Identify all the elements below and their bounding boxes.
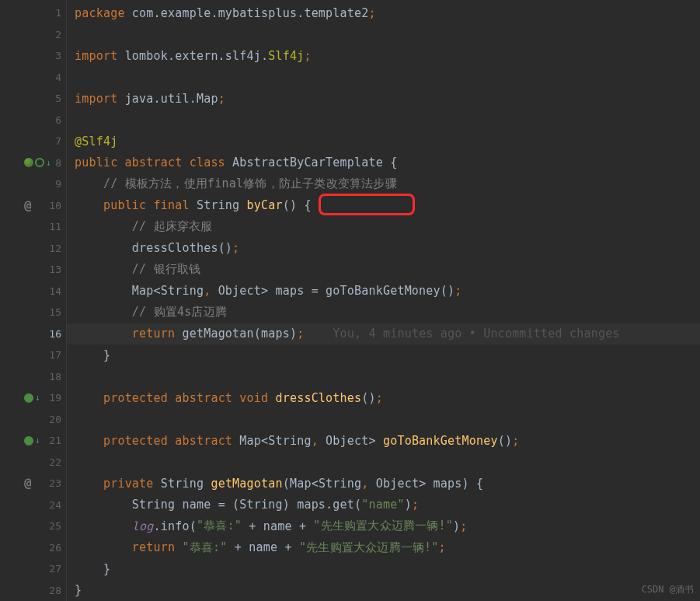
line-number: 4 — [41, 72, 63, 83]
gutter-row[interactable]: 11 — [0, 216, 66, 238]
gutter-row[interactable]: 14 — [0, 281, 66, 302]
gutter-row[interactable]: 3 — [0, 45, 66, 67]
token: , — [312, 434, 319, 448]
code-line[interactable]: } — [67, 580, 700, 602]
code-line[interactable]: public final String byCar() { — [67, 195, 700, 217]
token: lombok.extern.slf4j. — [125, 49, 269, 63]
token: getMagotan(maps) — [182, 327, 297, 341]
code-line[interactable]: } — [67, 344, 700, 366]
gutter-row[interactable]: 17 — [0, 344, 66, 366]
gutter-row[interactable]: @10 — [0, 195, 66, 217]
gutter-row[interactable]: 16 — [0, 323, 66, 345]
line-number: 3 — [41, 50, 63, 61]
code-line[interactable]: return getMagotan(maps); You, 4 minutes … — [67, 323, 700, 345]
code-editor[interactable]: 1234567↓89@101112131415161718↓1920↓2122@… — [0, 0, 700, 601]
token: log — [132, 519, 154, 533]
token: + name + — [228, 540, 299, 554]
code-line[interactable]: } — [67, 558, 700, 580]
token: "先生购置大众迈腾一辆!" — [299, 540, 439, 555]
line-number: 13 — [41, 264, 63, 275]
line-number: 18 — [41, 371, 63, 383]
line-number: 1 — [41, 7, 63, 19]
token: () { — [283, 198, 312, 212]
implements-icon[interactable] — [24, 436, 33, 446]
token: protected abstract void — [103, 391, 276, 405]
gutter-row[interactable]: 2 — [0, 24, 66, 46]
token — [75, 540, 132, 554]
code-line[interactable] — [67, 366, 700, 388]
override-icon[interactable]: @ — [24, 198, 32, 213]
token — [75, 306, 132, 320]
token: Map<String — [132, 284, 204, 298]
gutter-row[interactable]: 5 — [0, 88, 66, 110]
code-line[interactable]: // 起床穿衣服 — [67, 216, 700, 238]
gutter[interactable]: 1234567↓89@101112131415161718↓1920↓2122@… — [0, 0, 66, 601]
gutter-row[interactable]: 20 — [0, 409, 66, 431]
code-line[interactable]: log.info("恭喜:" + name + "先生购置大众迈腾一辆!"); — [67, 515, 700, 537]
gutter-row[interactable]: 26 — [0, 537, 66, 559]
run-debug-icon[interactable] — [35, 158, 44, 167]
token: byCar — [247, 198, 283, 212]
down-arrow-icon: ↓ — [46, 158, 51, 168]
run-icon[interactable] — [24, 158, 33, 167]
code-line[interactable]: import lombok.extern.slf4j.Slf4j; — [67, 45, 700, 67]
gutter-row[interactable]: 12 — [0, 238, 66, 260]
line-number: 9 — [41, 178, 63, 190]
code-line[interactable]: return "恭喜:" + name + "先生购置大众迈腾一辆!"; — [67, 537, 700, 559]
line-number: 12 — [41, 243, 63, 254]
code-line[interactable]: import java.util.Map; — [67, 88, 700, 110]
code-line[interactable] — [67, 24, 700, 46]
gutter-row[interactable]: 25 — [0, 515, 66, 537]
code-line[interactable] — [67, 409, 700, 431]
gutter-row[interactable]: 13 — [0, 259, 66, 281]
code-area[interactable]: CSDN @酒书 package com.example.mybatisplus… — [66, 0, 700, 601]
code-line[interactable]: String name = (String) maps.get("name"); — [67, 494, 700, 516]
code-line[interactable] — [67, 110, 700, 131]
gutter-row[interactable]: 28 — [0, 580, 66, 602]
token: // 购置4s店迈腾 — [132, 305, 227, 320]
token: public final — [103, 198, 197, 212]
gutter-row[interactable]: 18 — [0, 366, 66, 388]
gutter-row[interactable]: 6 — [0, 110, 66, 131]
gutter-row[interactable]: ↓21 — [0, 430, 66, 452]
token: ; — [376, 391, 383, 405]
token: ) — [405, 498, 412, 512]
token: private — [103, 477, 161, 491]
gutter-row[interactable]: 24 — [0, 494, 66, 516]
code-line[interactable]: package com.example.mybatisplus.template… — [67, 2, 700, 24]
code-line[interactable]: @Slf4j — [67, 131, 700, 152]
code-line[interactable] — [67, 67, 700, 89]
code-line[interactable]: Map<String, Object> maps = goToBankGetMo… — [67, 281, 700, 302]
line-number: 28 — [41, 585, 63, 596]
code-line[interactable] — [67, 452, 700, 473]
gutter-row[interactable]: 1 — [0, 2, 66, 24]
gutter-row[interactable]: 27 — [0, 558, 66, 580]
token — [75, 177, 103, 191]
code-line[interactable]: // 银行取钱 — [67, 259, 700, 281]
gutter-row[interactable]: 15 — [0, 302, 66, 323]
gutter-row[interactable]: @23 — [0, 473, 66, 494]
code-line[interactable]: // 购置4s店迈腾 — [67, 302, 700, 323]
token — [75, 477, 103, 491]
gutter-row[interactable]: 4 — [0, 67, 66, 89]
token — [75, 498, 132, 512]
token: ) — [453, 519, 460, 533]
code-line[interactable]: private String getMagotan(Map<String, Ob… — [67, 473, 700, 494]
code-line[interactable]: public abstract class AbstractByCarTempl… — [67, 152, 700, 174]
gutter-row[interactable]: ↓8 — [0, 152, 66, 174]
implements-icon[interactable] — [24, 393, 33, 403]
gutter-row[interactable]: 7 — [0, 131, 66, 152]
down-arrow-icon: ↓ — [35, 393, 40, 403]
code-line[interactable]: dressClothes(); — [67, 238, 700, 260]
gutter-row[interactable]: 22 — [0, 452, 66, 473]
override-icon[interactable]: @ — [24, 476, 32, 491]
gutter-row[interactable]: 9 — [0, 173, 66, 195]
token: ; — [439, 540, 446, 554]
code-line[interactable]: protected abstract void dressClothes(); — [67, 387, 700, 409]
token: public abstract class — [75, 155, 232, 169]
code-line[interactable]: // 模板方法，使用final修饰，防止子类改变算法步骤 — [67, 173, 700, 195]
gutter-row[interactable]: ↓19 — [0, 387, 66, 409]
token: You, 4 minutes ago • Uncommitted changes — [333, 327, 619, 341]
code-line[interactable]: protected abstract Map<String, Object> g… — [67, 430, 700, 452]
token — [75, 198, 103, 212]
